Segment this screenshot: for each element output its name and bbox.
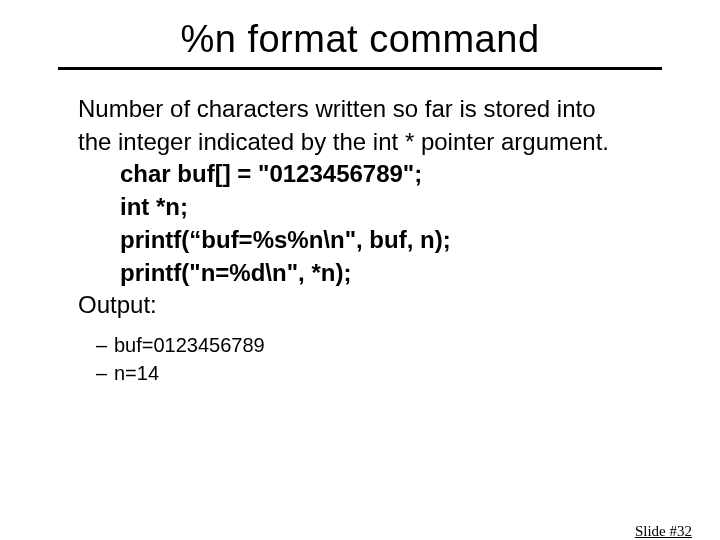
output-line-2: –n=14: [96, 361, 660, 387]
code-line-3: printf(“buf=%s%n\n", buf, n);: [120, 225, 660, 256]
code-line-1: char buf[] = "0123456789";: [120, 159, 660, 190]
slide-number: Slide #32: [635, 523, 692, 540]
title-divider: [58, 67, 662, 70]
description-line-1: Number of characters written so far is s…: [78, 94, 660, 125]
output-label: Output:: [78, 290, 660, 321]
slide-title: %n format command: [0, 18, 720, 61]
output-list: –buf=0123456789 –n=14: [96, 333, 660, 386]
code-line-4: printf("n=%d\n", *n);: [120, 258, 660, 289]
code-block: char buf[] = "0123456789"; int *n; print…: [120, 159, 660, 288]
output-line-1: –buf=0123456789: [96, 333, 660, 359]
slide-body: Number of characters written so far is s…: [78, 94, 660, 386]
bullet-dash-icon: –: [96, 333, 114, 359]
code-line-2: int *n;: [120, 192, 660, 223]
bullet-dash-icon: –: [96, 361, 114, 387]
slide: %n format command Number of characters w…: [0, 18, 720, 540]
description-line-2: the integer indicated by the int * point…: [78, 127, 660, 158]
